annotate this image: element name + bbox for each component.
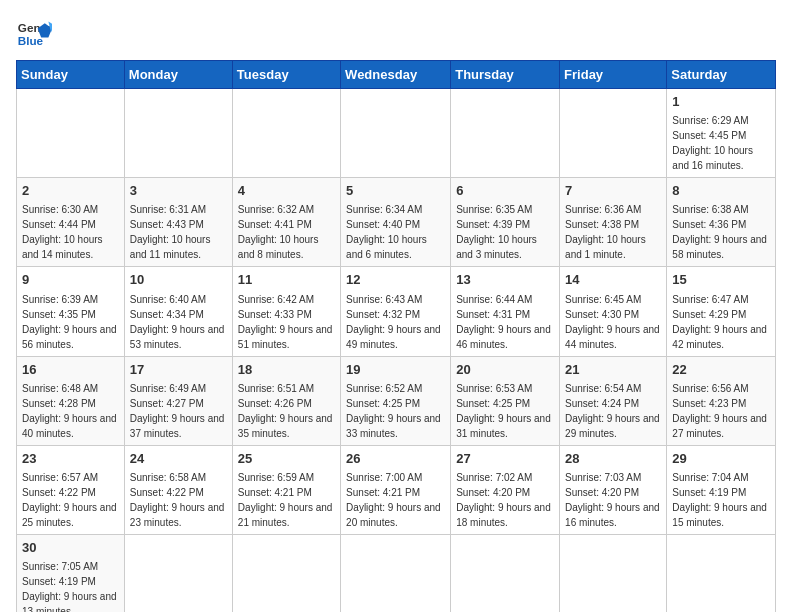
calendar-cell: 27Sunrise: 7:02 AM Sunset: 4:20 PM Dayli…	[451, 445, 560, 534]
day-number: 22	[672, 361, 770, 379]
calendar-cell: 25Sunrise: 6:59 AM Sunset: 4:21 PM Dayli…	[232, 445, 340, 534]
calendar-cell: 24Sunrise: 6:58 AM Sunset: 4:22 PM Dayli…	[124, 445, 232, 534]
day-number: 20	[456, 361, 554, 379]
day-info: Sunrise: 6:31 AM Sunset: 4:43 PM Dayligh…	[130, 204, 211, 260]
day-number: 4	[238, 182, 335, 200]
day-info: Sunrise: 6:52 AM Sunset: 4:25 PM Dayligh…	[346, 383, 441, 439]
calendar-cell: 4Sunrise: 6:32 AM Sunset: 4:41 PM Daylig…	[232, 178, 340, 267]
day-of-week-header: Sunday	[17, 61, 125, 89]
day-info: Sunrise: 7:00 AM Sunset: 4:21 PM Dayligh…	[346, 472, 441, 528]
day-number: 9	[22, 271, 119, 289]
calendar-cell: 22Sunrise: 6:56 AM Sunset: 4:23 PM Dayli…	[667, 356, 776, 445]
calendar-cell: 21Sunrise: 6:54 AM Sunset: 4:24 PM Dayli…	[560, 356, 667, 445]
calendar-cell: 10Sunrise: 6:40 AM Sunset: 4:34 PM Dayli…	[124, 267, 232, 356]
day-info: Sunrise: 6:39 AM Sunset: 4:35 PM Dayligh…	[22, 294, 117, 350]
day-number: 23	[22, 450, 119, 468]
day-info: Sunrise: 6:56 AM Sunset: 4:23 PM Dayligh…	[672, 383, 767, 439]
day-of-week-header: Saturday	[667, 61, 776, 89]
calendar-cell	[451, 534, 560, 612]
day-number: 8	[672, 182, 770, 200]
calendar-cell	[560, 534, 667, 612]
calendar-cell	[667, 534, 776, 612]
day-number: 10	[130, 271, 227, 289]
calendar-cell: 28Sunrise: 7:03 AM Sunset: 4:20 PM Dayli…	[560, 445, 667, 534]
day-number: 30	[22, 539, 119, 557]
page-header: General Blue	[16, 16, 776, 52]
day-number: 15	[672, 271, 770, 289]
day-number: 18	[238, 361, 335, 379]
day-info: Sunrise: 6:29 AM Sunset: 4:45 PM Dayligh…	[672, 115, 753, 171]
day-info: Sunrise: 6:49 AM Sunset: 4:27 PM Dayligh…	[130, 383, 225, 439]
day-info: Sunrise: 6:51 AM Sunset: 4:26 PM Dayligh…	[238, 383, 333, 439]
calendar-cell: 13Sunrise: 6:44 AM Sunset: 4:31 PM Dayli…	[451, 267, 560, 356]
day-info: Sunrise: 6:43 AM Sunset: 4:32 PM Dayligh…	[346, 294, 441, 350]
calendar-cell	[341, 534, 451, 612]
calendar-cell: 1Sunrise: 6:29 AM Sunset: 4:45 PM Daylig…	[667, 89, 776, 178]
calendar-cell	[232, 89, 340, 178]
day-number: 21	[565, 361, 661, 379]
calendar-cell	[124, 534, 232, 612]
generalblue-logo-icon: General Blue	[16, 16, 52, 52]
calendar-cell	[341, 89, 451, 178]
day-number: 2	[22, 182, 119, 200]
day-number: 27	[456, 450, 554, 468]
day-info: Sunrise: 6:30 AM Sunset: 4:44 PM Dayligh…	[22, 204, 103, 260]
day-of-week-header: Friday	[560, 61, 667, 89]
calendar-cell: 18Sunrise: 6:51 AM Sunset: 4:26 PM Dayli…	[232, 356, 340, 445]
calendar-cell: 26Sunrise: 7:00 AM Sunset: 4:21 PM Dayli…	[341, 445, 451, 534]
calendar-cell: 14Sunrise: 6:45 AM Sunset: 4:30 PM Dayli…	[560, 267, 667, 356]
day-number: 28	[565, 450, 661, 468]
calendar-cell	[17, 89, 125, 178]
day-info: Sunrise: 6:35 AM Sunset: 4:39 PM Dayligh…	[456, 204, 537, 260]
calendar-cell: 2Sunrise: 6:30 AM Sunset: 4:44 PM Daylig…	[17, 178, 125, 267]
calendar-cell: 12Sunrise: 6:43 AM Sunset: 4:32 PM Dayli…	[341, 267, 451, 356]
day-info: Sunrise: 7:03 AM Sunset: 4:20 PM Dayligh…	[565, 472, 660, 528]
day-number: 3	[130, 182, 227, 200]
day-info: Sunrise: 6:57 AM Sunset: 4:22 PM Dayligh…	[22, 472, 117, 528]
day-of-week-header: Tuesday	[232, 61, 340, 89]
calendar-week-row: 1Sunrise: 6:29 AM Sunset: 4:45 PM Daylig…	[17, 89, 776, 178]
calendar-header-row: SundayMondayTuesdayWednesdayThursdayFrid…	[17, 61, 776, 89]
day-info: Sunrise: 6:59 AM Sunset: 4:21 PM Dayligh…	[238, 472, 333, 528]
calendar-cell: 8Sunrise: 6:38 AM Sunset: 4:36 PM Daylig…	[667, 178, 776, 267]
day-of-week-header: Wednesday	[341, 61, 451, 89]
day-info: Sunrise: 6:34 AM Sunset: 4:40 PM Dayligh…	[346, 204, 427, 260]
calendar-cell: 6Sunrise: 6:35 AM Sunset: 4:39 PM Daylig…	[451, 178, 560, 267]
day-info: Sunrise: 6:58 AM Sunset: 4:22 PM Dayligh…	[130, 472, 225, 528]
calendar-week-row: 23Sunrise: 6:57 AM Sunset: 4:22 PM Dayli…	[17, 445, 776, 534]
day-info: Sunrise: 6:48 AM Sunset: 4:28 PM Dayligh…	[22, 383, 117, 439]
calendar-week-row: 16Sunrise: 6:48 AM Sunset: 4:28 PM Dayli…	[17, 356, 776, 445]
day-info: Sunrise: 6:44 AM Sunset: 4:31 PM Dayligh…	[456, 294, 551, 350]
calendar-cell: 20Sunrise: 6:53 AM Sunset: 4:25 PM Dayli…	[451, 356, 560, 445]
day-number: 17	[130, 361, 227, 379]
day-info: Sunrise: 6:32 AM Sunset: 4:41 PM Dayligh…	[238, 204, 319, 260]
day-number: 25	[238, 450, 335, 468]
day-number: 12	[346, 271, 445, 289]
day-info: Sunrise: 6:45 AM Sunset: 4:30 PM Dayligh…	[565, 294, 660, 350]
calendar-cell	[124, 89, 232, 178]
calendar-week-row: 30Sunrise: 7:05 AM Sunset: 4:19 PM Dayli…	[17, 534, 776, 612]
day-info: Sunrise: 7:05 AM Sunset: 4:19 PM Dayligh…	[22, 561, 117, 612]
calendar-cell: 11Sunrise: 6:42 AM Sunset: 4:33 PM Dayli…	[232, 267, 340, 356]
day-number: 1	[672, 93, 770, 111]
day-number: 29	[672, 450, 770, 468]
day-info: Sunrise: 7:02 AM Sunset: 4:20 PM Dayligh…	[456, 472, 551, 528]
day-info: Sunrise: 6:36 AM Sunset: 4:38 PM Dayligh…	[565, 204, 646, 260]
calendar-cell: 3Sunrise: 6:31 AM Sunset: 4:43 PM Daylig…	[124, 178, 232, 267]
day-info: Sunrise: 6:42 AM Sunset: 4:33 PM Dayligh…	[238, 294, 333, 350]
svg-text:Blue: Blue	[18, 34, 44, 47]
calendar-cell: 16Sunrise: 6:48 AM Sunset: 4:28 PM Dayli…	[17, 356, 125, 445]
calendar-cell	[560, 89, 667, 178]
day-number: 14	[565, 271, 661, 289]
day-of-week-header: Monday	[124, 61, 232, 89]
calendar-cell: 5Sunrise: 6:34 AM Sunset: 4:40 PM Daylig…	[341, 178, 451, 267]
day-info: Sunrise: 6:54 AM Sunset: 4:24 PM Dayligh…	[565, 383, 660, 439]
logo: General Blue	[16, 16, 52, 52]
calendar-cell: 19Sunrise: 6:52 AM Sunset: 4:25 PM Dayli…	[341, 356, 451, 445]
day-number: 24	[130, 450, 227, 468]
day-number: 6	[456, 182, 554, 200]
day-number: 13	[456, 271, 554, 289]
calendar-cell: 17Sunrise: 6:49 AM Sunset: 4:27 PM Dayli…	[124, 356, 232, 445]
day-number: 11	[238, 271, 335, 289]
calendar-week-row: 2Sunrise: 6:30 AM Sunset: 4:44 PM Daylig…	[17, 178, 776, 267]
